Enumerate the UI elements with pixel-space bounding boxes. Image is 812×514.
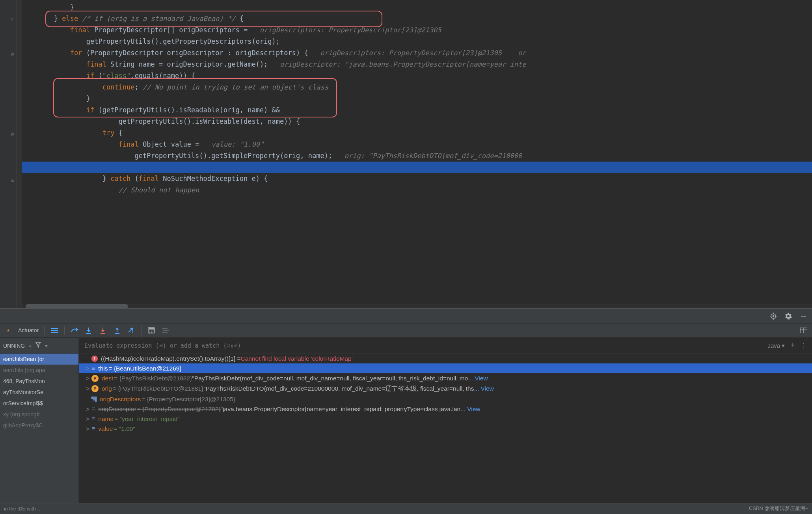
actuator-label: Actuator — [18, 327, 39, 333]
status-left: in the IDE with … — [4, 506, 42, 512]
frame-row[interactable]: xy (org.springfr — [0, 409, 78, 420]
svg-rect-18 — [149, 328, 154, 330]
view-link[interactable]: View — [467, 406, 480, 413]
frame-row[interactable]: eanUtils (org.apa — [0, 365, 78, 376]
frame-row[interactable]: ayThsMonitorSe — [0, 387, 78, 398]
svg-point-1 — [773, 315, 774, 317]
horizontal-scrollbar[interactable] — [22, 304, 812, 308]
actuator-icon[interactable]: ⚡ — [4, 326, 13, 335]
add-watch-icon[interactable]: + — [790, 341, 795, 350]
variable-row[interactable]: !((HashMap)colorRatioMap).entrySet().toA… — [79, 354, 812, 363]
svg-point-22 — [149, 332, 150, 333]
source-code[interactable]: } } else /* if (orig is a standard JavaB… — [22, 0, 812, 207]
gear-icon[interactable] — [784, 312, 792, 320]
step-over-icon[interactable] — [70, 326, 79, 335]
frames-panel: UNNING ▿ ▾ eanUtilsBean (oreanUtils (org… — [0, 338, 79, 514]
view-link[interactable]: View — [475, 375, 488, 382]
status-bar: in the IDE with … CSDN @满船清梦压星河~ — [0, 503, 812, 514]
svg-point-19 — [149, 331, 150, 331]
frame-row[interactable]: orServiceImpl$$ — [0, 398, 78, 409]
gutter: ⊟ ⊟ ⊟ ⊟ — [0, 0, 22, 308]
force-step-into-icon[interactable] — [99, 326, 107, 335]
frames-list[interactable]: eanUtilsBean (oreanUtils (org.apa468, Pa… — [0, 354, 78, 514]
variable-row[interactable]: >≡origDescriptor = {PropertyDescriptor@2… — [79, 404, 812, 414]
layout-icon[interactable] — [799, 326, 808, 335]
variable-row[interactable]: origDescriptors = {PropertyDescriptor[23… — [79, 394, 812, 404]
svg-point-20 — [151, 331, 152, 331]
step-into-icon[interactable] — [84, 326, 93, 335]
variable-row[interactable]: >Porig = {PayThsRiskDebtDTO@21881} "PayT… — [79, 383, 812, 394]
view-link[interactable]: View — [480, 385, 494, 392]
evaluate-expression-input[interactable] — [84, 342, 767, 349]
run-to-cursor-icon[interactable] — [127, 326, 136, 335]
status-right: CSDN @满船清梦压星河~ — [749, 505, 808, 512]
svg-point-21 — [153, 331, 153, 331]
code-editor[interactable]: ⊟ ⊟ ⊟ ⊟ } } else /* if (orig is a standa… — [0, 0, 812, 308]
lang-selector[interactable]: Java ▾ — [767, 342, 785, 349]
minimize-icon[interactable] — [799, 312, 807, 320]
variables-tree[interactable]: !((HashMap)colorRatioMap).entrySet().toA… — [79, 354, 812, 514]
trace-icon[interactable] — [161, 326, 170, 335]
debugger-toolbar: ⚡ Actuator — [0, 323, 812, 337]
dropdown-chevron-icon[interactable]: ▾ — [45, 343, 48, 349]
frame-row[interactable]: 468, PayThsMon — [0, 376, 78, 387]
svg-point-23 — [151, 332, 152, 333]
variable-row[interactable]: >≡value = "1.00" — [79, 424, 812, 434]
variable-row[interactable]: >≡name = "year_interest_repaid" — [79, 414, 812, 424]
target-icon[interactable] — [769, 312, 777, 320]
execution-line-highlight — [22, 162, 812, 173]
step-out-icon[interactable] — [113, 326, 121, 335]
filter-icon[interactable]: ▿ — [29, 343, 32, 349]
evaluate-icon[interactable] — [147, 326, 156, 335]
funnel-icon[interactable] — [35, 342, 41, 349]
thread-selector[interactable]: UNNING — [3, 343, 25, 349]
list-icon[interactable] — [50, 326, 59, 335]
frame-row[interactable]: eanUtilsBean (or — [0, 354, 78, 365]
frame-row[interactable]: glibAopProxy$C — [0, 420, 78, 431]
variable-row[interactable]: >Pdest = {PayThsRiskDebt@21882} "PayThsR… — [79, 373, 812, 383]
side-toolbar — [0, 308, 812, 323]
more-icon[interactable]: ⋮ — [801, 342, 806, 349]
svg-point-24 — [153, 332, 153, 333]
variable-row[interactable]: >≡this = {BeanUtilsBean@21269} — [79, 363, 812, 373]
